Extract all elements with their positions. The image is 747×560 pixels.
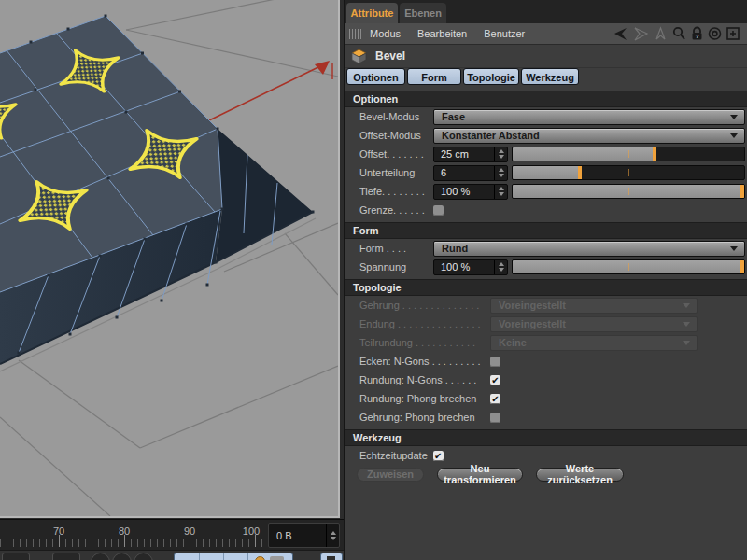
field-value[interactable]: 25 cm: [434, 148, 494, 160]
field-label: Grenze. . . . . .: [359, 204, 433, 216]
toolbar-button[interactable]: [112, 553, 132, 560]
offset-modus-dropdown[interactable]: Konstanter Abstand: [433, 128, 745, 144]
spannung-slider[interactable]: [512, 259, 745, 274]
toolbar-button[interactable]: [91, 553, 110, 560]
section-werkzeug[interactable]: Werkzeug: [345, 429, 747, 446]
grenze-checkbox[interactable]: [433, 205, 444, 216]
tab-label: Ebenen: [404, 7, 442, 19]
tab-label: Werkzeug: [526, 72, 574, 83]
spannung-value-field[interactable]: 100 %: [433, 259, 508, 275]
toolbar-button[interactable]: [134, 553, 153, 560]
object-header: Bevel: [345, 45, 747, 68]
attribute-group-tabs: Optionen Form Topologie Werkzeug: [345, 68, 747, 88]
frame-value-field[interactable]: 0 B: [268, 523, 340, 548]
section-optionen[interactable]: Optionen: [345, 91, 747, 107]
slider-handle[interactable]: [740, 260, 744, 273]
field-label: Spannung: [359, 261, 433, 273]
toolbar-button[interactable]: [2, 553, 30, 560]
slider-handle[interactable]: [653, 147, 656, 161]
lock-icon[interactable]: ?: [690, 25, 704, 42]
slider-mid-tick: [628, 169, 629, 176]
add-panel-icon[interactable]: [726, 25, 740, 42]
field-label: Offset-Modus: [359, 130, 433, 141]
slider-mid-tick: [628, 263, 629, 271]
zuweisen-button[interactable]: Zuweisen: [357, 468, 424, 482]
ruler-label: 80: [108, 525, 140, 537]
gehrung-dropdown: Voreingestellt: [490, 298, 698, 314]
row-rundung-phong: Rundung: Phong brechen: [345, 389, 747, 408]
field-label: Rundung: Phong brechen: [359, 393, 490, 404]
search-icon[interactable]: [671, 25, 687, 42]
unterteilung-slider[interactable]: [512, 165, 745, 180]
cube-right-face: [216, 129, 313, 262]
panel-menubar: Modus Bearbeiten Benutzer ?: [345, 23, 747, 45]
target-icon[interactable]: [707, 25, 723, 42]
bevel-modus-dropdown[interactable]: Fase: [433, 109, 745, 125]
frame-stepper[interactable]: [326, 524, 339, 547]
ruler-minor-ticks: [0, 539, 265, 547]
forward-arrow-icon[interactable]: [632, 25, 650, 42]
menu-benutzer[interactable]: Benutzer: [484, 28, 525, 39]
viewport-canvas[interactable]: [0, 0, 338, 516]
drag-grip-icon[interactable]: [349, 29, 362, 39]
slider-mid-tick: [628, 188, 629, 195]
ruler-label: 100: [235, 525, 267, 537]
rundung-ngons-checkbox[interactable]: [490, 375, 500, 385]
pointer-arrow-icon[interactable]: [653, 25, 669, 42]
value-stepper[interactable]: [494, 147, 507, 161]
toolbar-icon[interactable]: [255, 556, 265, 560]
toolbar-button[interactable]: [320, 553, 343, 560]
field-label: Gehrung . . . . . . . . . . . . . .: [359, 300, 490, 311]
panel-tabbar: Attribute Ebenen: [345, 0, 747, 23]
back-arrow-icon[interactable]: [612, 25, 629, 42]
ruler-label: 90: [174, 525, 205, 537]
section-topologie[interactable]: Topologie: [345, 279, 747, 296]
werte-zuruecksetzen-button[interactable]: Werte zurücksetzen: [536, 468, 624, 482]
slider-handle[interactable]: [578, 166, 582, 179]
section-form[interactable]: Form: [345, 222, 747, 239]
unterteilung-value-field[interactable]: 6: [433, 165, 508, 181]
field-label: Offset. . . . . . .: [359, 148, 433, 160]
tab-attribute[interactable]: Attribute: [346, 3, 398, 23]
viewport-3d[interactable]: [0, 0, 340, 518]
tiefe-slider[interactable]: [512, 184, 745, 199]
neu-transformieren-button[interactable]: Neu transformieren: [437, 468, 523, 482]
timeline-ruler[interactable]: 70 80 90 100 0 B: [0, 519, 344, 550]
field-label: Rundung: N-Gons . . . . . .: [359, 374, 490, 385]
row-unterteilung: Unterteilung 6: [345, 163, 747, 182]
tiefe-value-field[interactable]: 100 %: [433, 184, 508, 200]
toolbar-button-group[interactable]: [174, 553, 293, 560]
field-value[interactable]: 100 %: [434, 186, 494, 197]
field-label: Endung . . . . . . . . . . . . . . .: [359, 318, 490, 329]
form-dropdown[interactable]: Rund: [433, 241, 745, 257]
dropdown-value: Konstanter Abstand: [442, 130, 540, 141]
tab-ebenen[interactable]: Ebenen: [400, 3, 446, 23]
toolbar-button[interactable]: [52, 553, 80, 560]
tab-form[interactable]: Form: [407, 68, 461, 85]
gehrung-phong-checkbox[interactable]: [490, 413, 500, 423]
ruler-label: 70: [43, 525, 75, 537]
row-endung: Endung . . . . . . . . . . . . . . . Vor…: [345, 315, 747, 333]
tab-optionen[interactable]: Optionen: [346, 68, 405, 85]
value-stepper[interactable]: [494, 185, 507, 199]
value-stepper[interactable]: [494, 260, 507, 274]
toolbar-icon[interactable]: [270, 556, 284, 560]
tab-werkzeug[interactable]: Werkzeug: [521, 68, 579, 85]
slider-handle[interactable]: [740, 185, 744, 198]
dropdown-value: Fase: [442, 111, 465, 122]
value-stepper[interactable]: [494, 166, 507, 180]
ecken-ngons-checkbox[interactable]: [490, 357, 500, 367]
field-value[interactable]: 6: [434, 167, 494, 178]
frame-value[interactable]: 0 B: [269, 530, 326, 541]
offset-slider[interactable]: [512, 147, 745, 161]
menu-modus[interactable]: Modus: [370, 28, 401, 39]
tab-topologie[interactable]: Topologie: [463, 68, 519, 85]
rundung-phong-checkbox[interactable]: [490, 394, 500, 404]
row-bevel-modus: Bevel-Modus Fase: [345, 107, 747, 126]
echtzeitupdate-checkbox[interactable]: [433, 451, 444, 461]
menu-bearbeiten[interactable]: Bearbeiten: [417, 28, 467, 39]
row-teilrundung: Teilrundung . . . . . . . . . . . Keine: [345, 333, 747, 352]
field-label: Tiefe. . . . . . . .: [359, 186, 433, 197]
offset-value-field[interactable]: 25 cm: [433, 147, 508, 162]
field-value[interactable]: 100 %: [434, 261, 494, 273]
